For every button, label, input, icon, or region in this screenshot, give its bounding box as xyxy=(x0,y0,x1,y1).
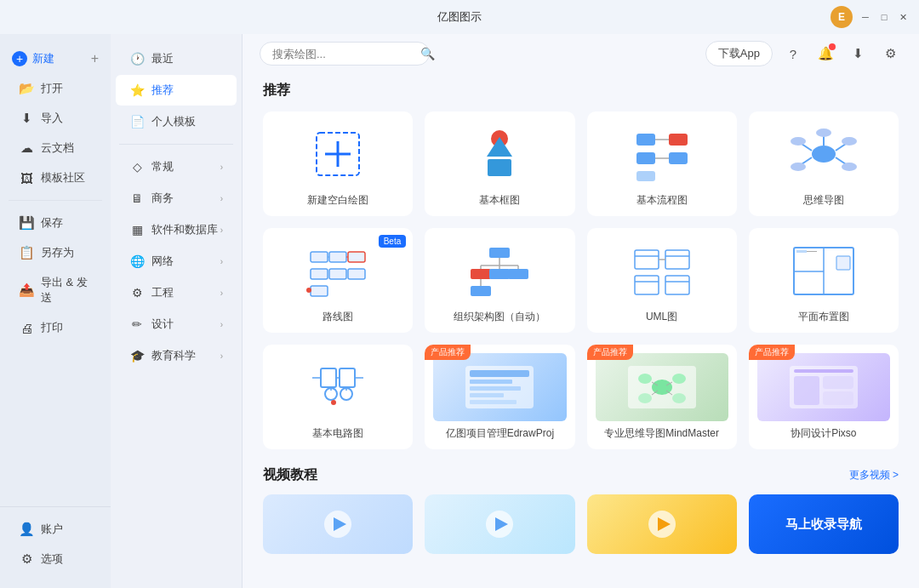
nav-item-personal[interactable]: 📄 个人模板 xyxy=(116,106,237,137)
pixso-svg xyxy=(785,357,862,417)
nav-item-business[interactable]: 🖥 商务 › xyxy=(116,183,237,214)
svg-rect-6 xyxy=(636,134,655,146)
top-bar: 🔍 下载App ? 🔔 ⬇ ⚙ xyxy=(243,34,919,73)
video-card-3[interactable] xyxy=(587,494,737,554)
template-card-basic-flow[interactable]: 基本流程图 xyxy=(587,111,737,216)
minimize-button[interactable]: ─ xyxy=(859,11,871,23)
search-input[interactable] xyxy=(272,48,415,60)
sidebar-item-export[interactable]: 📤 导出 & 发送 xyxy=(5,268,106,312)
video-card-2[interactable] xyxy=(425,494,574,554)
mindmaster-label: 专业思维导图MindMaster xyxy=(604,426,719,441)
svg-rect-10 xyxy=(669,152,688,164)
download-app-button[interactable]: 下载App xyxy=(705,41,773,66)
svg-rect-47 xyxy=(665,250,689,269)
main-content: 🔍 下载App ? 🔔 ⬇ ⚙ 推荐 xyxy=(243,34,919,588)
org-chart-label: 组织架构图（自动） xyxy=(454,310,545,324)
education-chevron-icon: › xyxy=(220,351,223,361)
uml-svg xyxy=(628,243,696,299)
sidebar-item-new[interactable]: + 新建 + xyxy=(0,44,111,73)
svg-rect-88 xyxy=(794,376,819,405)
template-community-label: 模板社区 xyxy=(41,170,85,186)
svg-rect-24 xyxy=(311,252,328,262)
general-chevron-icon: › xyxy=(220,163,223,172)
sidebar-item-template-community[interactable]: 🖼 模板社区 xyxy=(5,163,106,192)
app-title: 亿图图示 xyxy=(437,9,482,25)
svg-line-22 xyxy=(836,157,846,164)
svg-rect-30 xyxy=(311,286,328,296)
close-button[interactable]: ✕ xyxy=(897,11,909,23)
new-label: 新建 xyxy=(32,51,54,66)
template-card-pixso[interactable]: 产品推荐 xyxy=(749,345,899,449)
nav-item-engineering[interactable]: ⚙ 工程 › xyxy=(116,277,237,308)
template-card-floor-plan[interactable]: 平面布置图 xyxy=(749,228,899,333)
open-icon: 📂 xyxy=(19,81,34,96)
nav-item-recent[interactable]: 🕐 最近 xyxy=(116,43,237,74)
nav-personal-left: 📄 个人模板 xyxy=(129,114,196,129)
video-grid: 马上收录导航 xyxy=(263,494,899,554)
maximize-button[interactable]: □ xyxy=(878,11,890,23)
nav-item-general[interactable]: ◇ 常规 › xyxy=(116,151,237,182)
template-card-route[interactable]: Beta xyxy=(263,228,413,333)
sidebar-item-open[interactable]: 📂 打开 xyxy=(5,74,106,103)
nav-item-recommend[interactable]: ⭐ 推荐 xyxy=(116,75,237,106)
template-card-circuit[interactable]: 基本电路图 xyxy=(263,345,413,449)
mindmap-visual xyxy=(757,120,890,188)
download-icon[interactable]: ⬇ xyxy=(846,42,870,66)
org-chart-svg xyxy=(465,243,534,299)
template-card-mindmaster[interactable]: 产品推荐 xyxy=(587,345,737,449)
save-icon: 💾 xyxy=(19,215,34,231)
template-card-mindmap[interactable]: 思维导图 xyxy=(749,111,899,216)
svg-point-23 xyxy=(842,163,857,171)
template-card-edrawproj[interactable]: 产品推荐 xyxy=(425,345,574,449)
nav-general-label: 常规 xyxy=(151,159,174,174)
mindmap-svg xyxy=(790,127,858,182)
sidebar-item-import[interactable]: ⬇ 导入 xyxy=(5,104,106,133)
nav-item-network[interactable]: 🌐 网络 › xyxy=(116,246,237,277)
user-avatar[interactable]: E xyxy=(831,6,853,28)
sidebar-item-print[interactable]: 🖨 打印 xyxy=(5,313,106,342)
cta-label: 马上收录导航 xyxy=(785,517,862,533)
nav-item-education[interactable]: 🎓 教育科学 › xyxy=(116,340,237,371)
sidebar-item-save-as[interactable]: 📋 另存为 xyxy=(5,238,106,267)
new-extra-icon: + xyxy=(91,51,99,66)
sidebar-item-account[interactable]: 👤 账户 xyxy=(5,515,106,544)
search-box[interactable]: 🔍 xyxy=(260,42,430,66)
gear-icon[interactable]: ⚙ xyxy=(878,42,902,66)
template-card-basic-frame[interactable]: 基本框图 xyxy=(425,111,574,216)
uml-visual xyxy=(596,237,728,305)
template-card-org-chart[interactable]: 组织架构图（自动） xyxy=(425,228,574,333)
notification-icon[interactable]: 🔔 xyxy=(813,42,837,66)
svg-rect-74 xyxy=(470,393,504,397)
nav-recent-left: 🕐 最近 xyxy=(129,51,174,66)
video-card-cta[interactable]: 马上收录导航 xyxy=(749,494,899,554)
nav-network-label: 网络 xyxy=(151,254,174,269)
cloud-label: 云文档 xyxy=(41,140,74,156)
new-blank-visual xyxy=(271,120,404,188)
help-icon[interactable]: ? xyxy=(781,42,805,66)
basic-flow-visual xyxy=(596,120,728,188)
sidebar-item-cloud[interactable]: ☁ 云文档 xyxy=(5,134,106,163)
video-play-icon-1 xyxy=(321,507,355,541)
svg-marker-4 xyxy=(487,137,512,157)
import-icon: ⬇ xyxy=(19,111,34,126)
mindmap-label: 思维导图 xyxy=(803,193,844,208)
more-videos-link[interactable]: 更多视频 > xyxy=(849,468,899,482)
nav-item-software[interactable]: ▦ 软件和数据库 › xyxy=(116,214,237,245)
svg-rect-71 xyxy=(470,370,529,377)
template-card-uml[interactable]: UML图 xyxy=(587,228,737,333)
sidebar-item-save[interactable]: 💾 保存 xyxy=(5,208,106,237)
search-icon: 🔍 xyxy=(420,47,435,60)
template-community-icon: 🖼 xyxy=(19,171,34,186)
nav-education-left: 🎓 教育科学 xyxy=(129,348,196,363)
svg-rect-40 xyxy=(471,269,491,279)
pixso-visual xyxy=(757,353,890,421)
video-card-1[interactable] xyxy=(263,494,413,554)
circuit-label: 基本电路图 xyxy=(312,426,363,441)
nav-education-label: 教育科学 xyxy=(151,348,196,363)
content-area: 推荐 新建空白绘图 xyxy=(243,73,919,588)
sidebar-item-settings[interactable]: ⚙ 选项 xyxy=(5,545,106,574)
sidebar-top-section: + 新建 + 📂 打开 ⬇ 导入 ☁ 云文档 🖼 模板社区 xyxy=(0,41,111,197)
nav-item-design[interactable]: ✏ 设计 › xyxy=(116,309,237,340)
nav-software-label: 软件和数据库 xyxy=(151,222,218,237)
template-card-new-blank[interactable]: 新建空白绘图 xyxy=(263,111,413,216)
